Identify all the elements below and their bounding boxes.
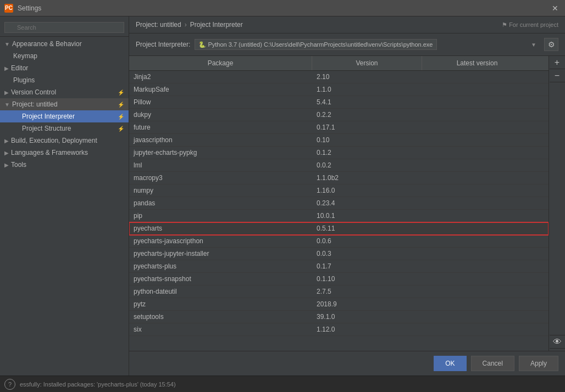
expand-arrow-icon: ▼ bbox=[4, 102, 10, 108]
side-controls: + − 👁 bbox=[549, 56, 565, 351]
help-button[interactable]: ? bbox=[4, 379, 15, 390]
version-cell: 1.16.0 bbox=[312, 184, 422, 197]
version-cell: 0.0.6 bbox=[312, 235, 422, 247]
col-latest: Latest version bbox=[422, 56, 532, 70]
latest-cell bbox=[422, 323, 532, 335]
sidebar-item-tools[interactable]: ▶ Tools bbox=[0, 159, 129, 171]
table-row[interactable]: javascripthon 0.10 bbox=[129, 134, 549, 147]
version-cell: 2.7.5 bbox=[312, 285, 422, 298]
sidebar-item-appearance[interactable]: ▼ Appearance & Behavior bbox=[0, 38, 129, 50]
status-text: essfully: Installed packages: 'pyecharts… bbox=[20, 381, 561, 388]
table-row[interactable]: macropy3 1.1.0b2 bbox=[129, 172, 549, 184]
search-input[interactable] bbox=[4, 22, 124, 33]
expand-arrow-icon: ▼ bbox=[4, 41, 10, 47]
table-row[interactable]: pytz 2018.9 bbox=[129, 298, 549, 311]
sidebar-item-label: Project: untitled bbox=[12, 100, 58, 108]
cancel-button[interactable]: Cancel bbox=[471, 356, 514, 371]
package-cell: javascripthon bbox=[129, 134, 312, 146]
sidebar-item-project-interpreter[interactable]: Project Interpreter ⚡ bbox=[0, 110, 129, 122]
ok-button[interactable]: OK bbox=[434, 356, 466, 371]
table-row[interactable]: pyecharts-snapshot 0.1.10 bbox=[129, 273, 549, 285]
version-cell: 1.12.0 bbox=[312, 323, 422, 335]
package-cell: lml bbox=[129, 159, 312, 171]
version-cell: 39.1.0 bbox=[312, 311, 422, 323]
table-row[interactable]: MarkupSafe 1.1.0 bbox=[129, 83, 549, 96]
title-bar: PC Settings ✕ bbox=[0, 0, 565, 16]
version-cell: 0.2.2 bbox=[312, 109, 422, 121]
eye-icon: 👁 bbox=[553, 337, 562, 347]
sidebar-item-plugins[interactable]: Plugins bbox=[0, 74, 129, 86]
version-cell: 0.1.2 bbox=[312, 147, 422, 159]
version-cell: 0.10 bbox=[312, 134, 422, 146]
latest-cell bbox=[422, 159, 532, 171]
latest-cell bbox=[422, 134, 532, 146]
table-row[interactable]: Jinja2 2.10 bbox=[129, 71, 549, 83]
latest-cell bbox=[422, 260, 532, 272]
version-cell: 10.0.1 bbox=[312, 210, 422, 222]
apply-button[interactable]: Apply bbox=[519, 356, 558, 371]
version-cell: 0.23.4 bbox=[312, 197, 422, 209]
sidebar-item-label: Keymap bbox=[13, 52, 37, 60]
package-cell: macropy3 bbox=[129, 172, 312, 184]
scrollbar[interactable] bbox=[550, 82, 565, 335]
sidebar-item-project[interactable]: ▼ Project: untitled ⚡ bbox=[0, 98, 129, 110]
package-cell: Jinja2 bbox=[129, 71, 312, 83]
add-package-button[interactable]: + bbox=[550, 56, 565, 69]
version-cell: 0.1.7 bbox=[312, 260, 422, 272]
table-row[interactable]: dukpy 0.2.2 bbox=[129, 109, 549, 121]
table-row[interactable]: numpy 1.16.0 bbox=[129, 184, 549, 197]
package-cell: six bbox=[129, 323, 312, 335]
table-row[interactable]: python-dateutil 2.7.5 bbox=[129, 285, 549, 298]
sidebar-item-label: Editor bbox=[11, 64, 28, 72]
version-cell: 0.5.11 bbox=[312, 222, 422, 234]
latest-cell bbox=[422, 96, 532, 108]
package-cell: Pillow bbox=[129, 96, 312, 108]
gear-button[interactable]: ⚙ bbox=[544, 38, 558, 51]
version-cell: 2018.9 bbox=[312, 298, 422, 310]
sidebar-item-keymap[interactable]: Keymap bbox=[0, 50, 129, 62]
package-cell: pyecharts-snapshot bbox=[129, 273, 312, 285]
table-row[interactable]: pyecharts 0.5.11 bbox=[129, 222, 549, 235]
latest-cell bbox=[422, 121, 532, 133]
expand-arrow-icon: ▶ bbox=[4, 89, 9, 96]
packages-area: + − 👁 Package Version Latest versi bbox=[129, 56, 565, 351]
table-row[interactable]: pip 10.0.1 bbox=[129, 210, 549, 222]
close-button[interactable]: ✕ bbox=[550, 3, 561, 14]
package-cell: pyecharts-plus bbox=[129, 260, 312, 272]
sidebar-item-project-structure[interactable]: Project Structure ⚡ bbox=[0, 122, 129, 135]
latest-cell bbox=[422, 83, 532, 96]
package-cell: MarkupSafe bbox=[129, 83, 312, 96]
table-row[interactable]: pyecharts-javascripthon 0.0.6 bbox=[129, 235, 549, 248]
latest-cell bbox=[422, 298, 532, 310]
expand-arrow-icon: ▶ bbox=[4, 162, 9, 168]
sidebar-item-editor[interactable]: ▶ Editor bbox=[0, 62, 129, 74]
table-row[interactable]: six 1.12.0 bbox=[129, 323, 549, 336]
interpreter-select-wrapper: 🐍 Python 3.7 (untitled) C:\Users\dell\Py… bbox=[195, 39, 540, 50]
packages-table: Package Version Latest version Jinja2 2.… bbox=[129, 56, 549, 351]
sidebar-item-build[interactable]: ▶ Build, Execution, Deployment bbox=[0, 135, 129, 147]
status-bar: ? essfully: Installed packages: 'pyechar… bbox=[0, 376, 565, 392]
table-row[interactable]: pandas 0.23.4 bbox=[129, 197, 549, 210]
breadcrumb-parent: Project: untitled bbox=[136, 21, 181, 29]
sidebar-item-languages[interactable]: ▶ Languages & Frameworks bbox=[0, 147, 129, 159]
eye-button[interactable]: 👁 bbox=[550, 335, 565, 349]
table-row[interactable]: future 0.17.1 bbox=[129, 121, 549, 134]
sidebar-item-label: Plugins bbox=[13, 76, 35, 84]
sidebar-item-label: Project Structure bbox=[22, 125, 71, 132]
table-row[interactable]: pyecharts-plus 0.1.7 bbox=[129, 260, 549, 273]
sidebar-item-version-control[interactable]: ▶ Version Control ⚡ bbox=[0, 86, 129, 98]
app-icon: PC bbox=[4, 4, 13, 13]
expand-arrow-icon: ▶ bbox=[4, 138, 9, 144]
breadcrumb-current: Project Interpreter bbox=[190, 21, 243, 29]
window-title: Settings bbox=[18, 4, 550, 12]
table-row[interactable]: Pillow 5.4.1 bbox=[129, 96, 549, 109]
interpreter-select[interactable]: 🐍 Python 3.7 (untitled) C:\Users\dell\Py… bbox=[195, 39, 437, 50]
col-version: Version bbox=[312, 56, 422, 70]
table-row[interactable]: lml 0.0.2 bbox=[129, 159, 549, 172]
interpreter-icon: ⚡ bbox=[118, 114, 124, 120]
table-row[interactable]: jupyter-echarts-pypkg 0.1.2 bbox=[129, 147, 549, 159]
table-row[interactable]: setuptools 39.1.0 bbox=[129, 311, 549, 323]
table-row[interactable]: pyecharts-jupyter-installer 0.0.3 bbox=[129, 248, 549, 260]
version-cell: 2.10 bbox=[312, 71, 422, 83]
remove-package-button[interactable]: − bbox=[550, 69, 565, 82]
